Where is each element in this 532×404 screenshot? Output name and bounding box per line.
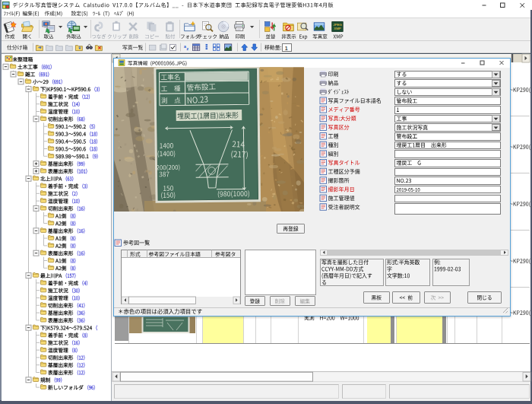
svg-text:XMP: XMP [334, 27, 341, 30]
svg-text:z: z [186, 46, 188, 51]
svg-text:1: 1 [285, 45, 289, 52]
svg-text:JPEG: JPEG [333, 23, 342, 27]
